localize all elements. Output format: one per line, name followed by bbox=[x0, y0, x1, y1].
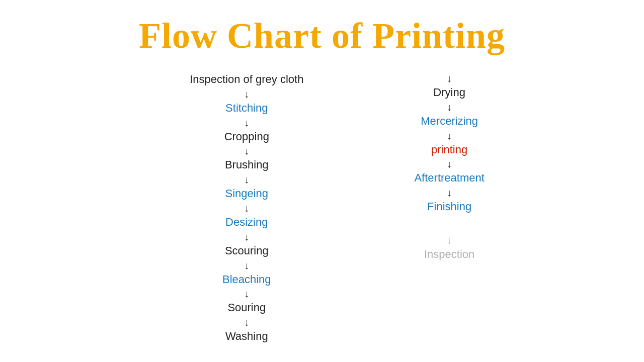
step-washing: Washing bbox=[225, 329, 268, 344]
arrow-8: ↓ bbox=[244, 288, 249, 300]
left-column: Inspection of grey cloth ↓ Stitching ↓ C… bbox=[190, 72, 303, 344]
arrow-6: ↓ bbox=[244, 231, 249, 243]
step-singeing: Singeing bbox=[225, 186, 268, 202]
arrow-r4: ↓ bbox=[447, 187, 452, 199]
step-inspection-grey: Inspection of grey cloth bbox=[190, 72, 303, 87]
arrow-5: ↓ bbox=[244, 202, 249, 214]
right-column: ↓ Drying ↓ Mercerizing ↓ printing ↓ Afte… bbox=[414, 72, 484, 344]
arrow-r0: ↓ bbox=[447, 72, 452, 84]
step-printing: printing bbox=[431, 142, 467, 158]
step-desizing: Desizing bbox=[225, 215, 268, 230]
flowchart-container: Inspection of grey cloth ↓ Stitching ↓ C… bbox=[0, 72, 644, 344]
step-brushing: Brushing bbox=[225, 157, 269, 173]
step-stitching: Stitching bbox=[225, 101, 268, 116]
step-scouring: Scouring bbox=[225, 243, 269, 259]
step-cropping: Cropping bbox=[224, 129, 269, 145]
step-souring: Souring bbox=[227, 300, 266, 316]
step-aftertreatment: Aftertreatment bbox=[414, 170, 484, 186]
arrow-r1: ↓ bbox=[447, 101, 452, 113]
step-bleaching: Bleaching bbox=[222, 272, 271, 288]
arrow-2: ↓ bbox=[244, 117, 249, 129]
arrow-r2: ↓ bbox=[447, 130, 452, 142]
arrow-r5-faded: ↓ bbox=[447, 234, 452, 246]
step-inspection-faded: Inspection bbox=[424, 247, 474, 262]
arrow-3: ↓ bbox=[244, 145, 249, 157]
page-title: Flow Chart of Printing bbox=[0, 0, 644, 57]
arrow-r3: ↓ bbox=[447, 158, 452, 170]
step-mercerizing: Mercerizing bbox=[421, 114, 478, 129]
arrow-7: ↓ bbox=[244, 259, 249, 272]
step-finishing: Finishing bbox=[427, 199, 471, 215]
arrow-1: ↓ bbox=[244, 88, 249, 100]
step-drying: Drying bbox=[433, 85, 465, 101]
arrow-4: ↓ bbox=[244, 173, 249, 186]
arrow-9: ↓ bbox=[244, 316, 249, 328]
